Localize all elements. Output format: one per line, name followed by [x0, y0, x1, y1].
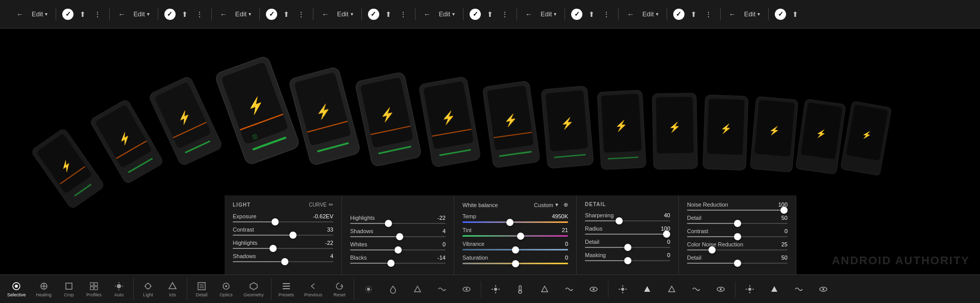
previous-tool[interactable]: Previous [299, 278, 327, 300]
back-btn-5[interactable]: ← [422, 8, 433, 20]
detail-tool[interactable]: Detail [189, 278, 214, 300]
crop-tool[interactable]: Crop [57, 278, 81, 300]
temp-value: 4950K [552, 213, 568, 219]
light-shadows-track[interactable] [233, 261, 333, 262]
more-btn-7[interactable]: ⋮ [703, 8, 714, 20]
check-icon-3[interactable]: ✓ [266, 9, 277, 20]
p5-sun-icon [745, 284, 755, 294]
exposure-track[interactable] [233, 221, 333, 222]
share-btn-2[interactable]: ⬆ [180, 8, 190, 20]
light-highlights-track[interactable] [233, 248, 333, 249]
selective-tool[interactable]: Selective [2, 278, 31, 300]
edit-btn-8[interactable]: Edit ▾ [742, 8, 762, 20]
exposure-value: -0.62EV [313, 213, 333, 219]
more-btn-2[interactable]: ⋮ [194, 8, 205, 20]
edit-btn-2[interactable]: Edit ▾ [131, 8, 151, 20]
panel2-drop-tool[interactable] [381, 281, 405, 297]
auto-tool[interactable]: Auto [107, 278, 131, 300]
p3-triangle-icon [540, 284, 550, 294]
more-btn-3[interactable]: ⋮ [296, 8, 307, 20]
temp-track[interactable] [462, 221, 568, 223]
share-btn-1[interactable]: ⬆ [78, 8, 88, 20]
nr-detail-track[interactable] [687, 223, 788, 224]
edit-btn-1[interactable]: Edit ▾ [30, 8, 50, 20]
detail-track[interactable] [585, 247, 670, 248]
nr-contrast-track[interactable] [687, 236, 788, 237]
masking-track[interactable] [585, 260, 670, 261]
share-btn-7[interactable]: ⬆ [689, 8, 699, 20]
more-btn-1[interactable]: ⋮ [92, 8, 103, 20]
eyedropper-icon[interactable]: ⊕ [564, 201, 568, 208]
presets-tool[interactable]: Presets [274, 278, 300, 300]
radius-track[interactable] [585, 234, 670, 235]
p4-wave-tool[interactable] [684, 281, 708, 297]
p4-eye-tool[interactable] [708, 281, 733, 297]
check-icon-7[interactable]: ✓ [673, 9, 684, 20]
share-btn-3[interactable]: ⬆ [281, 8, 291, 20]
tint-track[interactable] [462, 235, 568, 237]
p3-wave-tool[interactable] [557, 281, 581, 297]
highlights-track[interactable] [350, 223, 446, 224]
back-btn-6[interactable]: ← [523, 8, 534, 20]
whites-track[interactable] [350, 249, 446, 250]
sharpening-value: 40 [664, 212, 670, 218]
back-btn-3[interactable]: ← [218, 8, 229, 20]
edit-btn-6[interactable]: Edit ▾ [538, 8, 558, 20]
p5-eye-tool[interactable] [811, 281, 836, 297]
panel2-sun-tool[interactable] [356, 281, 381, 297]
panel2-triangle-tool[interactable] [405, 281, 430, 297]
back-btn-7[interactable]: ← [625, 8, 636, 20]
p3-triangle-tool[interactable] [532, 281, 557, 297]
noise-reduction-track[interactable] [687, 210, 788, 211]
color-noise-detail-track[interactable] [687, 263, 788, 264]
p3-sun-tool[interactable] [483, 281, 508, 297]
check-icon-8[interactable]: ✓ [775, 9, 786, 20]
geometry-tool[interactable]: Geometry [238, 278, 269, 300]
light-tool[interactable]: Light [136, 278, 160, 300]
check-icon-4[interactable]: ✓ [368, 9, 379, 20]
share-btn-5[interactable]: ⬆ [485, 8, 495, 20]
contrast-track[interactable] [233, 235, 333, 236]
share-btn-4[interactable]: ⬆ [383, 8, 394, 20]
back-btn-1[interactable]: ← [14, 8, 26, 20]
sharpening-track[interactable] [585, 220, 670, 221]
optics-tool[interactable]: Optics [214, 278, 238, 300]
p5-wave-tool[interactable] [787, 281, 811, 297]
panel2-eye-tool[interactable] [454, 281, 479, 297]
edit-btn-7[interactable]: Edit ▾ [640, 8, 660, 20]
back-btn-4[interactable]: ← [320, 8, 331, 20]
wb-preset[interactable]: Custom ▾ ⊕ [534, 201, 568, 208]
edit-btn-3[interactable]: Edit ▾ [233, 8, 253, 20]
share-btn-8[interactable]: ⬆ [790, 8, 800, 20]
p3-therm-tool[interactable] [508, 281, 532, 297]
p4-sun-tool[interactable] [610, 281, 635, 297]
share-btn-6[interactable]: ⬆ [586, 8, 597, 20]
more-btn-4[interactable]: ⋮ [398, 8, 409, 20]
p3-eye-tool[interactable] [581, 281, 606, 297]
back-btn-2[interactable]: ← [116, 8, 127, 20]
more-btn-6[interactable]: ⋮ [601, 8, 612, 20]
curve-button[interactable]: CURVE ✏ [309, 201, 333, 208]
p5-sun-tool[interactable] [738, 281, 762, 297]
check-icon-2[interactable]: ✓ [164, 9, 176, 20]
panel2-wave-tool[interactable] [430, 281, 454, 297]
reset-tool[interactable]: Reset [327, 278, 352, 300]
back-btn-8[interactable]: ← [727, 8, 738, 20]
check-icon-1[interactable]: ✓ [62, 9, 74, 20]
shadows-track[interactable] [350, 236, 446, 237]
color-noise-track[interactable] [687, 249, 788, 250]
profiles-tool[interactable]: Profiles [81, 278, 107, 300]
saturation-track[interactable] [462, 263, 568, 264]
p4-tri-tool[interactable] [659, 281, 684, 297]
edit-btn-4[interactable]: Edit ▾ [335, 8, 355, 20]
more-btn-5[interactable]: ⋮ [499, 8, 510, 20]
check-icon-5[interactable]: ✓ [470, 9, 481, 20]
icts-tool[interactable]: icts [160, 278, 185, 300]
vibrance-track[interactable] [462, 249, 568, 250]
edit-btn-5[interactable]: Edit ▾ [437, 8, 457, 20]
blacks-track[interactable] [350, 263, 446, 264]
p5-white-tri-tool[interactable] [762, 281, 787, 297]
check-icon-6[interactable]: ✓ [571, 9, 582, 20]
healing-tool[interactable]: Healing [31, 278, 57, 300]
p4-white-tri-tool[interactable] [635, 281, 659, 297]
